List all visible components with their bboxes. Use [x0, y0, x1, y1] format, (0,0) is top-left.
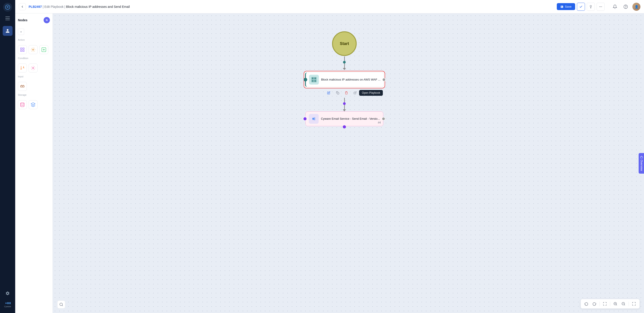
zoom-in-button[interactable] — [612, 300, 619, 307]
node2-left-connector — [303, 117, 307, 121]
svg-rect-3 — [5, 20, 10, 20]
node1-right-connector — [382, 78, 386, 81]
nodes-panel-header: Nodes N — [18, 17, 50, 23]
svg-rect-20 — [314, 77, 316, 79]
storage-stack-icon[interactable] — [28, 100, 38, 109]
fit-button[interactable] — [602, 300, 608, 307]
bulb-button[interactable] — [587, 3, 595, 11]
edit-icon[interactable] — [326, 90, 332, 96]
node1-text: Block malicious IP addresses on AWS WAF … — [321, 78, 380, 82]
input-icon[interactable] — [18, 82, 27, 91]
svg-rect-2 — [5, 18, 10, 19]
toolbar-sep1 — [600, 301, 600, 306]
start-node[interactable]: Start — [332, 31, 357, 56]
open-playbook-button[interactable]: Open Playbook — [359, 90, 383, 96]
redo-button[interactable] — [591, 300, 598, 307]
canvas[interactable]: Start — [53, 14, 644, 313]
condition-section-label: Condition — [18, 57, 50, 60]
condition-gear-icon[interactable] — [28, 64, 38, 73]
overview-label: Overview — [640, 160, 643, 171]
copy-icon[interactable] — [334, 90, 341, 96]
svg-point-4 — [599, 6, 600, 7]
svg-point-17 — [20, 103, 24, 104]
node2[interactable]: Cyware Email Service - Send Email - Vers… — [306, 111, 383, 126]
action-gear-icon[interactable] — [28, 45, 38, 54]
node2-text: Cyware Email Service - Send Email - Vers… — [321, 117, 380, 121]
header-actions: Save — [557, 3, 605, 11]
node1-icon-box — [309, 75, 319, 85]
storage-db-icon[interactable] — [18, 100, 27, 109]
svg-point-13 — [32, 49, 34, 50]
hamburger-menu[interactable] — [4, 15, 11, 22]
node2-icon-box — [309, 114, 319, 124]
node1[interactable]: Block malicious IP addresses on AWS WAF … — [305, 72, 384, 87]
external-link-icon[interactable] — [352, 90, 358, 96]
toolbar-sep2 — [610, 301, 610, 306]
canvas-search-button[interactable] — [57, 300, 65, 308]
delete-icon[interactable] — [343, 90, 350, 96]
node2-badge: #4 — [378, 121, 381, 124]
svg-rect-23 — [337, 92, 339, 94]
canvas-bottom-toolbar — [581, 299, 640, 308]
action-plus-icon[interactable] — [39, 45, 48, 54]
node1-left-connector — [304, 78, 307, 81]
zoom-out-button[interactable] — [620, 300, 627, 307]
svg-point-27 — [60, 303, 62, 305]
header-right-icons: 👤 — [611, 3, 640, 11]
svg-rect-11 — [20, 50, 22, 52]
breadcrumb-sep2: | — [64, 5, 66, 9]
svg-rect-25 — [314, 117, 315, 120]
brand-label: Cyware — [4, 301, 11, 308]
breadcrumb-id: PLB2497 — [28, 5, 42, 9]
node1-toolbar: · · — [326, 90, 383, 96]
help-button[interactable] — [622, 3, 630, 11]
breadcrumb-action: Edit Playbook — [44, 5, 64, 9]
svg-point-5 — [600, 6, 601, 7]
node2-right-connector — [382, 117, 385, 121]
nodes-badge: N — [44, 17, 50, 23]
svg-rect-12 — [23, 50, 24, 52]
settings-icon-btn[interactable] — [3, 289, 12, 298]
storage-section-label: Storage — [18, 94, 50, 96]
input-section-label: Input — [18, 75, 50, 78]
sidebar-bottom: Cyware — [3, 289, 12, 310]
nodes-title: Nodes — [18, 18, 28, 22]
sep2: · — [342, 91, 342, 94]
top-header: PLB2497 | Edit Playbook | Block maliciou… — [15, 0, 644, 14]
breadcrumb-sep1: | — [43, 5, 44, 9]
checkmark-button[interactable] — [577, 3, 585, 11]
svg-point-15 — [32, 67, 34, 69]
cyware-text: Cyware — [4, 305, 11, 308]
notification-bell[interactable] — [611, 3, 619, 11]
header-breadcrumb: PLB2497 | Edit Playbook | Block maliciou… — [28, 5, 554, 9]
action-section-label: Action — [18, 39, 50, 41]
save-button[interactable]: Save — [557, 3, 575, 10]
svg-rect-22 — [314, 80, 316, 82]
overview-panel[interactable]: Overview — [639, 153, 644, 173]
sidebar-nav-users[interactable] — [3, 26, 12, 36]
node1-selected-wrapper: Block malicious IP addresses on AWS WAF … — [304, 71, 385, 88]
breadcrumb-name: Block malicious IP addresses and Send Em… — [66, 5, 130, 9]
svg-rect-26 — [640, 156, 643, 158]
save-label: Save — [565, 5, 572, 8]
toolbar-sep3 — [628, 301, 629, 306]
sep3: · — [350, 91, 351, 94]
app-logo[interactable] — [3, 3, 12, 12]
svg-rect-21 — [312, 80, 314, 82]
condition-icons — [18, 64, 50, 73]
svg-rect-10 — [23, 48, 24, 49]
svg-rect-19 — [312, 77, 314, 79]
svg-point-6 — [601, 6, 602, 7]
user-avatar[interactable]: 👤 — [632, 3, 640, 11]
more-button[interactable] — [596, 3, 605, 11]
svg-rect-1 — [5, 17, 10, 17]
action-grid-icon[interactable] — [18, 45, 27, 54]
svg-line-24 — [355, 92, 356, 93]
undo-button[interactable] — [583, 300, 590, 307]
svg-rect-9 — [20, 48, 22, 49]
condition-branch-icon[interactable] — [18, 64, 27, 73]
back-button[interactable] — [19, 3, 26, 10]
expand-btn[interactable]: » — [18, 29, 24, 35]
left-sidebar: Cyware — [0, 0, 15, 313]
fullscreen-button[interactable] — [630, 300, 637, 307]
